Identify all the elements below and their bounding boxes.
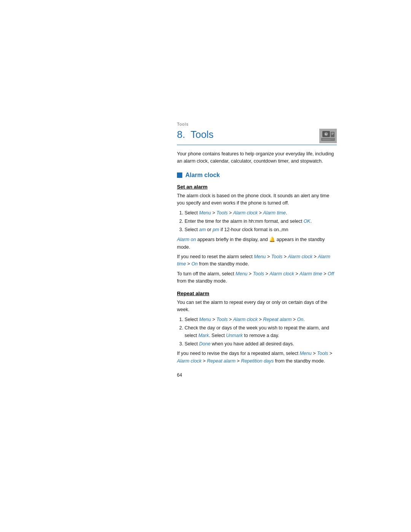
- alarm-clock-link-3: Alarm clock: [269, 271, 294, 276]
- set-alarm-description: The alarm clock is based on the phone cl…: [177, 192, 337, 207]
- menu-link-1: Menu: [199, 210, 211, 216]
- blue-square-icon: [177, 173, 182, 178]
- page: Tools 8. Tools: [0, 0, 411, 532]
- repeat-alarm-step-2: Check the day or days of the week you wi…: [185, 324, 337, 339]
- intro-text: Your phone contains features to help org…: [177, 150, 337, 165]
- tools-link-3: Tools: [253, 271, 264, 276]
- turn-off-alarm-note: To turn off the alarm, select Menu > Too…: [177, 270, 337, 285]
- alarm-on-note: Alarm on appears briefly in the display,…: [177, 236, 337, 251]
- menu-link-4: Menu: [199, 317, 211, 322]
- set-alarm-step-1: Select Menu > Tools > Alarm clock > Alar…: [185, 209, 337, 217]
- menu-link-2: Menu: [254, 254, 266, 259]
- tools-link-4: Tools: [217, 317, 228, 322]
- set-alarm-steps: Select Menu > Tools > Alarm clock > Alar…: [177, 209, 337, 233]
- set-alarm-step-3: Select am or pm if 12-hour clock format …: [185, 226, 337, 233]
- alarm-clock-link-1: Alarm clock: [233, 210, 258, 216]
- repeat-alarm-description: You can set the alarm to repeat every da…: [177, 299, 337, 314]
- alarm-clock-link-2: Alarm clock: [288, 254, 312, 259]
- tools-link-5: Tools: [317, 351, 328, 356]
- chapter-icon: [319, 129, 337, 143]
- revise-days-note: If you need to revise the days for a rep…: [177, 350, 337, 365]
- alarm-time-link-3: Alarm time: [299, 271, 322, 276]
- content-area: Tools 8. Tools: [177, 122, 337, 532]
- alarm-time-link-1: Alarm time: [263, 210, 286, 216]
- unmark-link: Unmark: [226, 333, 243, 338]
- chapter-title: 8. Tools: [177, 129, 213, 141]
- pm-link: pm: [213, 227, 219, 232]
- repeat-alarm-link-2: Repeat alarm: [207, 358, 236, 364]
- repeat-alarm-step-1: Select Menu > Tools > Alarm clock > Repe…: [185, 316, 337, 323]
- alarm-clock-title: Alarm clock: [185, 172, 220, 179]
- repeat-alarm-title: Repeat alarm: [177, 291, 337, 296]
- repeat-alarm-step-3: Select Done when you have added all desi…: [185, 340, 337, 348]
- on-link-2: On: [297, 317, 304, 322]
- ok-link: OK: [304, 219, 311, 224]
- mark-link: Mark: [198, 333, 209, 338]
- set-alarm-step-2: Enter the time for the alarm in hh:mm fo…: [185, 217, 337, 225]
- reset-alarm-note: If you need to reset the alarm select Me…: [177, 253, 337, 268]
- alarm-clock-heading: Alarm clock: [177, 172, 337, 179]
- menu-link-3: Menu: [236, 271, 247, 276]
- off-link: Off: [328, 271, 334, 276]
- menu-link-5: Menu: [299, 351, 311, 356]
- tools-link-1: Tools: [217, 210, 228, 216]
- repeat-alarm-steps: Select Menu > Tools > Alarm clock > Repe…: [177, 316, 337, 348]
- set-alarm-title: Set an alarm: [177, 184, 337, 190]
- page-number: 64: [177, 372, 337, 378]
- done-link: Done: [199, 341, 210, 347]
- chapter-header: 8. Tools: [177, 129, 337, 145]
- am-link: am: [199, 227, 206, 232]
- alarm-clock-link-4: Alarm clock: [233, 317, 258, 322]
- on-link: On: [191, 261, 198, 267]
- tools-link-2: Tools: [271, 254, 282, 259]
- repetition-days-link: Repetition days: [241, 358, 274, 364]
- alarm-clock-link-5: Alarm clock: [177, 358, 202, 364]
- alarm-on-link: Alarm on: [177, 237, 196, 242]
- svg-rect-10: [321, 138, 335, 141]
- alarm-bell-icon: 🔔: [269, 236, 275, 242]
- section-label: Tools: [177, 122, 337, 126]
- repeat-alarm-link: Repeat alarm: [263, 317, 292, 322]
